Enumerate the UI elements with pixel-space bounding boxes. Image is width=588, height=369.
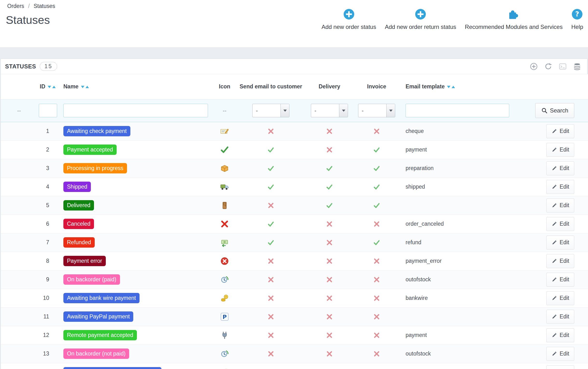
refresh-icon[interactable] [544, 63, 552, 70]
cross-icon [373, 313, 380, 320]
status-icon-cell [212, 233, 237, 252]
page-header: Orders / Statuses Statuses Add new order… [0, 0, 588, 48]
edit-button[interactable]: Edit [546, 236, 574, 249]
actions-column-header [530, 74, 588, 99]
cross-icon [267, 295, 274, 302]
status-id: 10 [37, 289, 60, 307]
edit-button-label: Edit [560, 202, 569, 209]
add-circle-icon[interactable] [530, 63, 538, 70]
box-icon [220, 165, 229, 171]
status-name-cell: On backorder (paid) [60, 270, 212, 289]
send-email-flag [237, 196, 305, 215]
cross-icon [326, 220, 333, 228]
email-template: outofstock [399, 344, 530, 363]
sort-icons[interactable] [81, 86, 89, 88]
pencil-icon [551, 240, 557, 246]
breadcrumb-statuses[interactable]: Statuses [33, 3, 55, 9]
edit-button[interactable]: Edit [546, 124, 574, 138]
status-icon-cell [212, 196, 237, 215]
sort-asc-icon[interactable] [52, 86, 56, 88]
pencil-icon [551, 258, 557, 264]
name-filter-input[interactable] [63, 104, 208, 117]
cross-icon [267, 276, 274, 283]
svg-text:P: P [222, 313, 227, 320]
panel-header: STATUSES 15 [1, 59, 587, 74]
header-left: Orders / Statuses Statuses [7, 0, 55, 47]
status-row: 3Processing in progresspreparationEdit [1, 159, 588, 177]
recommended-modules-label: Recommended Modules and Services [465, 24, 563, 30]
cross-icon [220, 220, 229, 227]
terminal-icon[interactable] [559, 63, 567, 70]
database-icon[interactable] [573, 63, 581, 70]
row-actions-cell: Edit [530, 215, 588, 233]
sort-asc-icon[interactable] [85, 86, 89, 88]
status-name-cell: Awaiting PayPal payment [60, 307, 212, 326]
pencil-icon [551, 295, 557, 301]
edit-button[interactable]: Edit [546, 180, 574, 194]
pencil-icon [551, 128, 557, 134]
template-filter-cell [399, 99, 530, 122]
row-checkbox-cell [1, 252, 37, 270]
invoice-filter-select[interactable]: - [358, 104, 395, 117]
sort-desc-icon[interactable] [447, 86, 450, 88]
svg-text:?: ? [575, 10, 579, 18]
edit-button[interactable]: Edit [546, 328, 574, 342]
email-template: bankwire [399, 289, 530, 307]
edit-button[interactable]: Edit [546, 291, 574, 305]
sort-desc-icon[interactable] [48, 86, 51, 88]
invoice-flag [354, 159, 399, 177]
email-template: refund [399, 233, 530, 252]
edit-button[interactable]: Edit [546, 161, 574, 175]
invoice-flag [354, 344, 399, 363]
id-filter-input[interactable] [39, 104, 57, 117]
help-button[interactable]: ? Help [571, 9, 583, 30]
edit-button[interactable]: Edit [546, 198, 574, 212]
check-icon [267, 220, 274, 228]
cross-icon [326, 128, 333, 135]
edit-button[interactable]: Edit [546, 347, 574, 361]
edit-button[interactable]: Edit [546, 310, 574, 324]
template-filter-input[interactable] [406, 104, 509, 117]
recommended-modules-button[interactable]: Recommended Modules and Services [465, 9, 563, 30]
status-row: 9On backorder (paid)outofstockEdit [1, 270, 588, 289]
status-id: 11 [37, 307, 60, 326]
email-filter-select[interactable]: - [252, 104, 289, 117]
check-icon [373, 202, 380, 209]
sort-icons[interactable] [48, 86, 56, 88]
email-template [399, 196, 530, 215]
row-checkbox-cell [1, 363, 37, 369]
status-name-cell: Awaiting bank wire payment [60, 289, 212, 307]
row-actions-cell: Edit [530, 363, 588, 369]
check-icon [373, 183, 380, 191]
search-button[interactable]: Search [535, 103, 574, 118]
sort-desc-icon[interactable] [81, 86, 84, 88]
status-badge: On backorder (not paid) [63, 348, 129, 359]
puzzle-icon [508, 9, 520, 20]
edit-button[interactable]: Edit [546, 254, 574, 268]
cross-icon [267, 202, 274, 209]
send-email-flag [237, 233, 305, 252]
edit-button[interactable]: Edit [546, 143, 574, 157]
send-email-flag [237, 122, 305, 140]
delivery-flag [305, 122, 354, 140]
sort-icons[interactable] [447, 86, 455, 88]
add-new-order-return-status-button[interactable]: Add new order return status [385, 9, 456, 30]
delivery-filter-select[interactable]: - [311, 104, 348, 117]
status-id: 8 [37, 252, 60, 270]
statuses-panel: STATUSES 15 ID [0, 59, 588, 369]
check-icon [373, 239, 380, 246]
edit-button[interactable]: Edit [546, 365, 574, 369]
status-name-cell: Awaiting check payment [60, 122, 212, 140]
edit-button[interactable]: Edit [546, 273, 574, 287]
invoice-column-header: Invoice [354, 74, 399, 99]
row-actions-cell: Edit [530, 177, 588, 196]
sort-asc-icon[interactable] [452, 86, 455, 88]
add-new-order-status-button[interactable]: Add new order status [322, 9, 376, 30]
row-actions-cell: Edit [530, 326, 588, 344]
edit-button[interactable]: Edit [546, 217, 574, 231]
table-header-row: ID Name Icon Send email to customer Deli… [1, 74, 588, 99]
status-badge: Delivered [63, 200, 94, 211]
breadcrumb-orders[interactable]: Orders [7, 3, 24, 9]
row-actions-cell: Edit [530, 140, 588, 159]
error-icon [220, 257, 229, 264]
